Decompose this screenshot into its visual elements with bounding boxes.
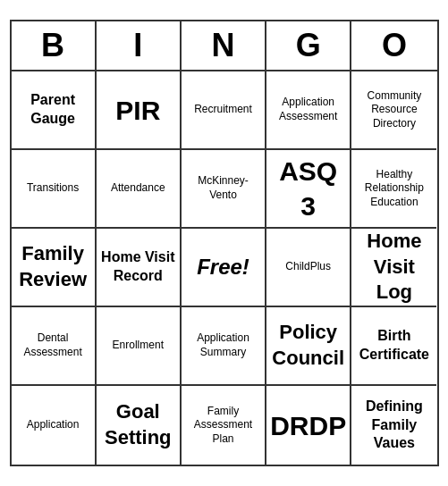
header-letter-i: I	[97, 21, 182, 70]
bingo-cell-15: Dental Assessment	[12, 307, 97, 386]
bingo-cell-22: Family Assessment Plan	[182, 386, 266, 465]
bingo-cell-16: Enrollment	[97, 307, 182, 386]
bingo-cell-6: Attendance	[97, 150, 182, 229]
header-letter-n: N	[182, 21, 266, 70]
bingo-cell-5: Transitions	[12, 150, 97, 229]
bingo-cell-11: Home Visit Record	[97, 229, 182, 307]
bingo-cell-19: Birth Certificate	[351, 307, 436, 386]
bingo-cell-13: ChildPlus	[266, 229, 351, 307]
bingo-cell-18: Policy Council	[266, 307, 351, 386]
bingo-cell-21: Goal Setting	[97, 386, 182, 465]
bingo-cell-8: ASQ 3	[266, 150, 351, 229]
bingo-cell-4: Community Resource Directory	[351, 71, 436, 150]
bingo-cell-17: Application Summary	[182, 307, 266, 386]
bingo-card: BINGO Parent GaugePIRRecruitmentApplicat…	[10, 20, 439, 466]
bingo-cell-12: Free!	[182, 229, 266, 307]
bingo-cell-24: Defining Family Vaues	[351, 386, 436, 465]
header-letter-o: O	[351, 21, 436, 70]
bingo-cell-0: Parent Gauge	[12, 71, 97, 150]
bingo-grid: Parent GaugePIRRecruitmentApplication As…	[12, 71, 437, 465]
bingo-cell-2: Recruitment	[182, 71, 266, 150]
bingo-cell-7: McKinney-Vento	[182, 150, 266, 229]
bingo-cell-10: Family Review	[12, 229, 97, 307]
bingo-cell-1: PIR	[97, 71, 182, 150]
header-letter-g: G	[266, 21, 351, 70]
bingo-cell-9: Healthy Relationship Education	[351, 150, 436, 229]
bingo-cell-14: Home Visit Log	[351, 229, 436, 307]
bingo-cell-3: Application Assessment	[266, 71, 351, 150]
bingo-header: BINGO	[12, 21, 437, 71]
bingo-cell-20: Application	[12, 386, 97, 465]
bingo-cell-23: DRDP	[266, 386, 351, 465]
header-letter-b: B	[12, 21, 97, 70]
